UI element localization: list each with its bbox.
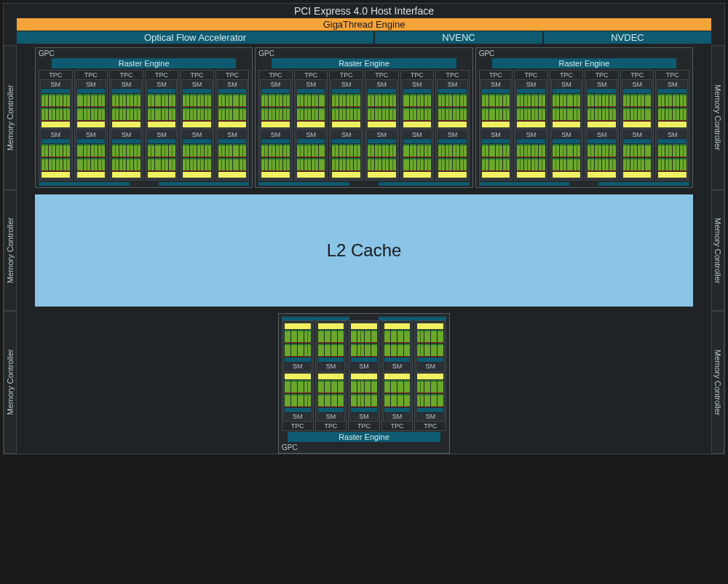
tpc-block: TPCSMSM xyxy=(381,320,414,431)
sm-scheduler xyxy=(368,89,396,93)
memory-controller-left-1: Memory Controller xyxy=(4,190,17,311)
host-interface: PCI Express 4.0 Host Interface xyxy=(4,4,724,18)
sm-label: SM xyxy=(553,131,581,138)
sm-rt-core xyxy=(148,172,176,178)
sm-rt-core xyxy=(417,374,443,379)
sm-rt-core xyxy=(658,172,687,178)
sm-rt-core xyxy=(148,122,176,127)
sm-label: SM xyxy=(351,413,377,420)
sm-block: SM xyxy=(437,79,468,129)
sm-cores xyxy=(417,330,443,343)
sm-rt-core xyxy=(218,172,247,178)
tpc-block: TPCSMSM xyxy=(365,70,399,181)
sm-rt-core xyxy=(438,122,467,127)
sm-label: SM xyxy=(368,81,396,88)
sm-label: SM xyxy=(417,413,443,420)
sm-rt-core xyxy=(285,374,311,379)
sm-scheduler xyxy=(438,89,467,93)
tpc-label: TPC xyxy=(146,71,178,79)
tpc-block: TPCSMSM xyxy=(550,70,584,181)
sm-cores xyxy=(368,94,396,107)
sm-cores xyxy=(77,108,106,121)
sm-cores xyxy=(261,108,290,121)
sm-label: SM xyxy=(218,131,247,138)
sm-block: SM xyxy=(181,130,213,179)
sm-block: SM xyxy=(317,372,346,422)
sm-cores xyxy=(384,344,411,357)
memory-controller-left-2: Memory Controller xyxy=(4,311,17,454)
sm-cores xyxy=(285,344,311,357)
sm-cores xyxy=(403,158,432,171)
tpc-block: TPCSMSM xyxy=(348,320,380,431)
memory-controller-right-2: Memory Controller xyxy=(711,311,724,454)
sm-label: SM xyxy=(318,413,344,420)
sm-cores xyxy=(261,94,290,107)
sm-cores xyxy=(517,108,545,121)
tpc-label: TPC xyxy=(586,71,617,79)
sm-scheduler xyxy=(403,139,432,143)
tpc-label: TPC xyxy=(480,71,512,79)
sm-block: SM xyxy=(349,372,379,422)
tpc-label: TPC xyxy=(317,422,346,430)
gpc-block: GPCRaster EngineTPCSMSMTPCSMSMTPCSMSMTPC… xyxy=(475,47,693,188)
gigathread-engine: GigaThread Engine xyxy=(17,18,711,31)
sm-rt-core xyxy=(77,172,106,178)
raster-engine: Raster Engine xyxy=(52,58,236,68)
tpc-label: TPC xyxy=(515,71,547,79)
gpc-label: GPC xyxy=(257,50,470,58)
sm-block: SM xyxy=(586,79,617,129)
sm-cores xyxy=(218,108,247,121)
sm-label: SM xyxy=(403,81,432,88)
sm-label: SM xyxy=(77,81,106,88)
tpc-label: TPC xyxy=(402,71,433,79)
memory-controller-right-0: Memory Controller xyxy=(711,45,724,190)
sm-label: SM xyxy=(112,81,141,88)
sm-cores xyxy=(285,380,311,393)
sm-rt-core xyxy=(417,323,443,329)
tpc-block: TPCSMSM xyxy=(620,70,654,181)
sm-label: SM xyxy=(112,131,141,138)
sm-cores xyxy=(482,144,510,157)
sm-rt-core xyxy=(623,172,652,178)
sm-block: SM xyxy=(331,130,362,179)
sm-block: SM xyxy=(260,130,291,179)
sm-block: SM xyxy=(480,130,512,179)
tpc-label: TPC xyxy=(657,71,688,79)
tpc-block: TPCSMSM xyxy=(258,70,293,181)
sm-scheduler xyxy=(517,89,545,93)
sm-cores xyxy=(318,380,344,393)
sm-label: SM xyxy=(587,81,616,88)
sm-block: SM xyxy=(437,130,468,179)
sm-cores xyxy=(482,158,510,171)
sm-label: SM xyxy=(148,131,176,138)
sm-scheduler xyxy=(438,139,467,143)
sm-cores xyxy=(438,158,467,171)
memory-controller-left-0: Memory Controller xyxy=(4,45,17,190)
tpc-label: TPC xyxy=(181,71,213,79)
tpc-label: TPC xyxy=(622,71,653,79)
tpc-label: TPC xyxy=(111,71,142,79)
sm-scheduler xyxy=(384,358,411,362)
sm-rt-core xyxy=(285,323,311,329)
sm-cores xyxy=(41,158,70,171)
sm-label: SM xyxy=(183,81,211,88)
sm-cores xyxy=(351,394,377,407)
tpc-block: TPCSMSM xyxy=(109,70,143,181)
sm-scheduler xyxy=(517,139,545,143)
sm-scheduler xyxy=(332,139,360,143)
sm-rt-core xyxy=(297,122,325,127)
sm-cores xyxy=(482,94,510,107)
sm-scheduler xyxy=(112,139,141,143)
sm-label: SM xyxy=(183,131,211,138)
sm-scheduler xyxy=(587,89,616,93)
sm-cores xyxy=(368,144,396,157)
sm-block: SM xyxy=(283,372,312,422)
sm-label: SM xyxy=(41,131,70,138)
tpc-label: TPC xyxy=(437,71,468,79)
sm-cores xyxy=(285,394,311,407)
sm-rt-core xyxy=(77,122,106,127)
sm-cores xyxy=(218,144,247,157)
sm-cores xyxy=(112,144,141,157)
sm-block: SM xyxy=(296,79,327,129)
rop-strip xyxy=(479,182,689,186)
